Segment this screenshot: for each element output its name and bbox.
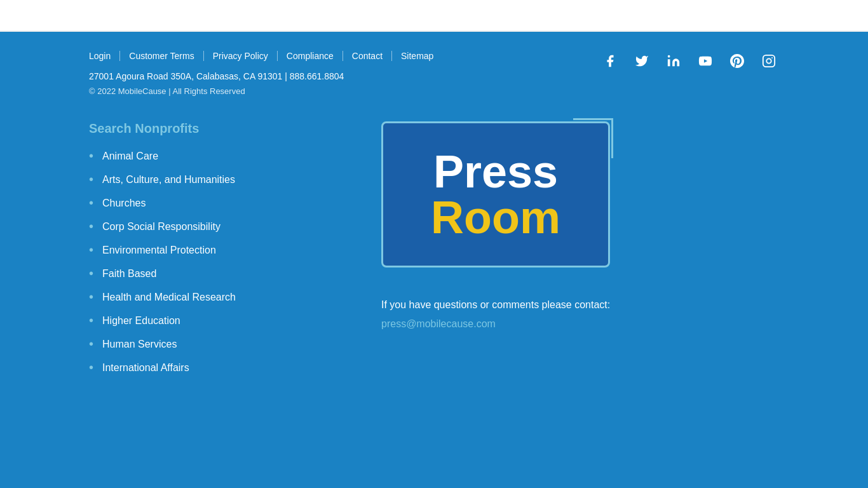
list-item: Faith Based: [89, 266, 356, 281]
svg-point-3: [766, 58, 771, 63]
list-item: Higher Education: [89, 313, 356, 328]
svg-point-4: [771, 57, 773, 58]
nonprofit-link[interactable]: Animal Care: [102, 151, 158, 162]
footer-address: 27001 Agoura Road 350A, Calabasas, CA 91…: [89, 71, 442, 81]
search-nonprofits-title: Search Nonprofits: [89, 121, 356, 136]
press-room-card: Press Room: [381, 121, 610, 268]
twitter-icon[interactable]: [632, 51, 652, 71]
nonprofits-column: Search Nonprofits Animal CareArts, Cultu…: [89, 121, 356, 384]
list-item: Corp Social Responsibility: [89, 219, 356, 234]
footer-nav-link[interactable]: Privacy Policy: [204, 51, 278, 61]
nonprofit-link[interactable]: Corp Social Responsibility: [102, 221, 220, 233]
nonprofit-link[interactable]: Environmental Protection: [102, 245, 216, 256]
list-item: Health and Medical Research: [89, 290, 356, 304]
footer-left: LoginCustomer TermsPrivacy PolicyComplia…: [89, 51, 442, 96]
facebook-icon[interactable]: [600, 51, 620, 71]
footer-top-row: LoginCustomer TermsPrivacy PolicyComplia…: [89, 51, 779, 96]
footer-nav-link[interactable]: Contact: [343, 51, 392, 61]
nonprofit-list: Animal CareArts, Culture, and Humanities…: [89, 149, 356, 375]
footer-nav-link[interactable]: Sitemap: [392, 51, 442, 61]
nonprofit-link[interactable]: Human Services: [102, 339, 177, 350]
room-text: Room: [431, 194, 560, 240]
list-item: Animal Care: [89, 149, 356, 163]
footer-nav-link[interactable]: Login: [89, 51, 120, 61]
footer-nav-link[interactable]: Compliance: [278, 51, 343, 61]
footer-nav-link[interactable]: Customer Terms: [120, 51, 203, 61]
nonprofit-link[interactable]: Faith Based: [102, 268, 156, 280]
contact-question: If you have questions or comments please…: [381, 299, 610, 311]
footer-copyright: © 2022 MobileCause | All Rights Reserved: [89, 86, 442, 96]
top-bar: [0, 0, 868, 32]
list-item: Environmental Protection: [89, 243, 356, 257]
right-column: Press Room If you have questions or comm…: [381, 121, 779, 384]
list-item: Human Services: [89, 337, 356, 351]
nonprofit-link[interactable]: International Affairs: [102, 362, 189, 374]
svg-rect-2: [763, 55, 775, 67]
instagram-icon[interactable]: [759, 51, 779, 71]
pinterest-icon[interactable]: [727, 51, 747, 71]
nonprofit-link[interactable]: Churches: [102, 198, 146, 209]
list-item: International Affairs: [89, 360, 356, 375]
footer-top: LoginCustomer TermsPrivacy PolicyComplia…: [0, 32, 868, 109]
list-item: Arts, Culture, and Humanities: [89, 172, 356, 187]
linkedin-icon[interactable]: [663, 51, 684, 71]
nonprofit-link[interactable]: Health and Medical Research: [102, 292, 236, 303]
contact-email[interactable]: press@mobilecause.com: [381, 318, 496, 329]
social-icons: [600, 51, 779, 71]
list-item: Churches: [89, 196, 356, 210]
svg-point-0: [668, 55, 670, 58]
nonprofit-link[interactable]: Higher Education: [102, 315, 180, 327]
contact-section: If you have questions or comments please…: [381, 299, 610, 330]
footer-nav: LoginCustomer TermsPrivacy PolicyComplia…: [89, 51, 442, 61]
nonprofit-link[interactable]: Arts, Culture, and Humanities: [102, 174, 235, 186]
youtube-icon[interactable]: [695, 51, 715, 71]
press-text: Press: [433, 149, 558, 194]
main-content: Search Nonprofits Animal CareArts, Cultu…: [0, 109, 868, 409]
